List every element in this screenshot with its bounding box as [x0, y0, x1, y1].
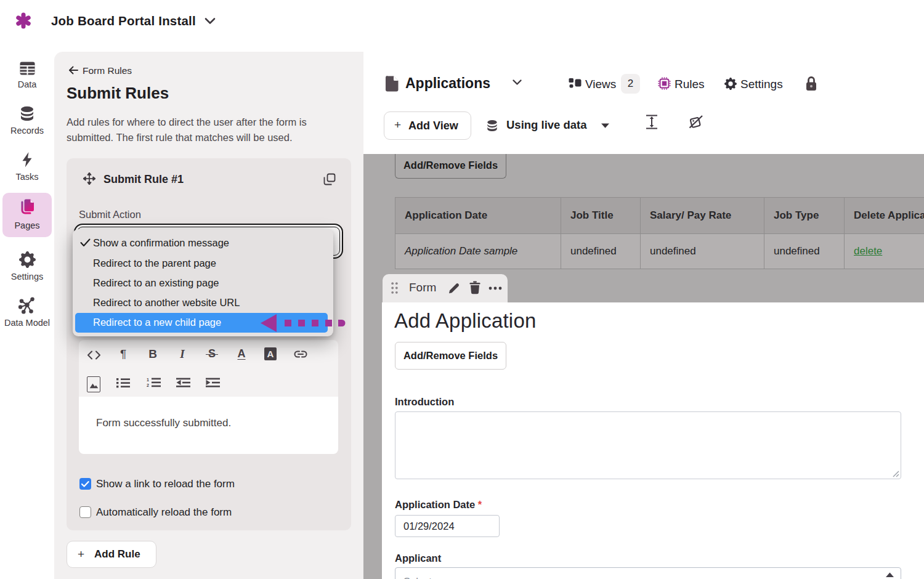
svg-text:1: 1: [147, 378, 149, 382]
svg-text:2: 2: [147, 383, 149, 387]
